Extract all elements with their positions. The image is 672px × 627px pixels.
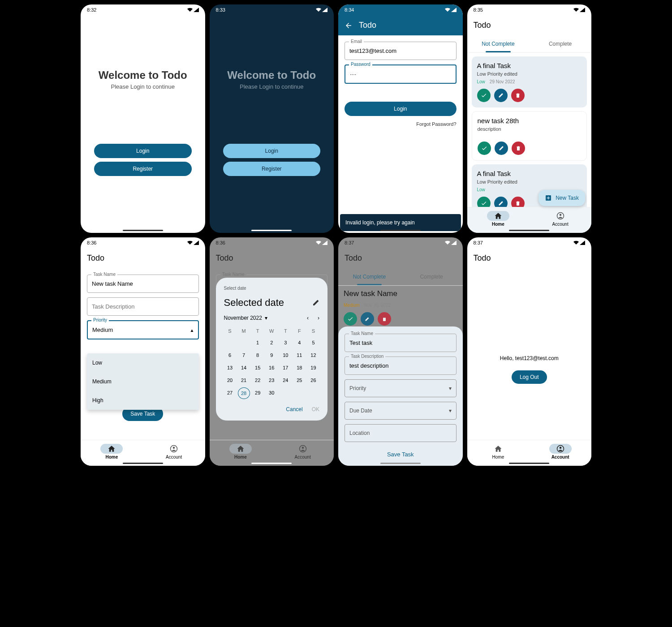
forgot-password-link[interactable]: Forgot Password?	[345, 121, 457, 127]
login-submit-button[interactable]: Login	[345, 102, 457, 116]
email-label: Email	[349, 39, 364, 44]
status-bar: 8:37	[467, 237, 592, 248]
calendar-day[interactable]: 16	[266, 362, 278, 373]
wifi-icon	[445, 240, 450, 245]
new-task-fab[interactable]: New Task	[538, 190, 585, 206]
calendar-day[interactable]: 20	[224, 375, 236, 386]
tab-not-complete[interactable]: Not Complete	[467, 35, 530, 52]
calendar-day[interactable]: 8	[252, 350, 264, 361]
complete-button[interactable]	[477, 89, 491, 102]
calendar-day[interactable]: 10	[280, 350, 292, 361]
calendar-day[interactable]: 22	[252, 375, 264, 386]
calendar-day[interactable]: 2	[266, 337, 278, 348]
clock: 8:33	[216, 7, 225, 13]
nav-handle[interactable]	[251, 230, 292, 231]
calendar-day[interactable]: 5	[307, 337, 319, 348]
next-month-button[interactable]: ›	[318, 315, 319, 321]
task-card: New task Name Medium Nov 30, 2022	[344, 289, 457, 326]
delete-button[interactable]	[511, 197, 525, 207]
status-bar: 8:32	[81, 4, 205, 15]
edit-button[interactable]	[494, 89, 508, 102]
appbar-title: Todo	[345, 253, 362, 263]
calendar-dow: S	[307, 326, 319, 335]
calendar-day[interactable]: 15	[252, 362, 264, 373]
calendar-day[interactable]: 28	[238, 387, 250, 399]
pencil-icon	[365, 316, 370, 322]
calendar-day[interactable]: 29	[252, 387, 264, 399]
nav-handle[interactable]	[380, 463, 421, 464]
cancel-button[interactable]: Cancel	[286, 406, 302, 412]
calendar-day[interactable]: 18	[293, 362, 306, 373]
email-field[interactable]	[345, 42, 457, 60]
back-arrow-icon[interactable]	[345, 21, 353, 30]
tabs: Not Complete Complete	[467, 35, 592, 53]
delete-button[interactable]	[512, 142, 525, 155]
calendar-day[interactable]: 12	[307, 350, 319, 361]
calendar-day[interactable]: 19	[307, 362, 319, 373]
task-name-field[interactable]	[87, 275, 199, 293]
calendar-day[interactable]: 6	[224, 350, 236, 361]
calendar-day[interactable]: 3	[280, 337, 292, 348]
priority-option-low[interactable]: Low	[87, 353, 199, 372]
calendar-day[interactable]: 30	[266, 387, 278, 399]
priority-select[interactable]: Medium	[87, 320, 199, 339]
edit-button[interactable]	[495, 142, 508, 155]
complete-button[interactable]	[477, 197, 491, 207]
status-icons	[316, 240, 327, 245]
pencil-icon[interactable]	[312, 299, 319, 306]
calendar-day[interactable]: 27	[224, 387, 236, 399]
calendar-day[interactable]: 11	[293, 350, 306, 361]
calendar-day[interactable]: 21	[238, 375, 250, 386]
logout-button[interactable]: Log Out	[512, 370, 547, 384]
priority-option-high[interactable]: High	[87, 391, 199, 410]
nav-home[interactable]: Home	[81, 440, 143, 466]
edit-button[interactable]	[494, 197, 508, 207]
nav-handle[interactable]	[123, 463, 163, 464]
nav-handle[interactable]	[509, 230, 549, 231]
sheet-location-field[interactable]: Location	[345, 424, 457, 442]
calendar-day[interactable]: 25	[293, 375, 306, 386]
complete-button[interactable]	[478, 142, 491, 155]
login-button[interactable]: Login	[94, 144, 192, 158]
sheet-priority-select[interactable]: Priority ▾	[345, 379, 457, 397]
prev-month-button[interactable]: ‹	[307, 315, 309, 321]
calendar-day[interactable]: 13	[224, 362, 236, 373]
login-button[interactable]: Login	[223, 144, 321, 158]
nav-home[interactable]: Home	[467, 440, 530, 466]
register-button[interactable]: Register	[94, 162, 192, 176]
ok-button[interactable]: OK	[312, 406, 319, 412]
sheet-desc-field[interactable]	[345, 356, 457, 375]
sheet-save-button[interactable]: Save Task	[345, 447, 457, 462]
delete-button[interactable]	[511, 89, 525, 102]
calendar-day[interactable]: 14	[238, 362, 250, 373]
priority-option-medium[interactable]: Medium	[87, 372, 199, 391]
sheet-name-field[interactable]	[345, 334, 457, 352]
nav-handle[interactable]	[380, 230, 421, 231]
register-button[interactable]: Register	[223, 162, 321, 176]
month-button[interactable]: November 2022 ▾	[224, 315, 267, 321]
nav-handle[interactable]	[509, 463, 549, 464]
task-desc-field[interactable]	[87, 297, 199, 316]
screen-edit-sheet: 8:37 Todo Not Complete Complete New task…	[338, 237, 463, 466]
calendar-day[interactable]: 7	[238, 350, 250, 361]
nav-handle[interactable]	[123, 230, 163, 231]
calendar-day[interactable]: 26	[307, 375, 319, 386]
sheet-due-date-select[interactable]: Due Date ▾	[345, 402, 457, 420]
nav-home[interactable]: Home	[467, 207, 530, 233]
pencil-icon	[498, 201, 504, 206]
tab-complete[interactable]: Complete	[529, 35, 591, 52]
account-icon	[299, 445, 307, 453]
calendar-day[interactable]: 17	[280, 362, 292, 373]
calendar-day[interactable]: 1	[252, 337, 264, 348]
nav-home: Home	[210, 440, 272, 466]
nav-account[interactable]: Account	[143, 440, 205, 466]
calendar-day[interactable]: 9	[266, 350, 278, 361]
nav-label: Account	[295, 455, 311, 460]
nav-account[interactable]: Account	[529, 207, 591, 233]
calendar-day[interactable]: 24	[280, 375, 292, 386]
nav-handle[interactable]	[251, 463, 292, 464]
nav-account[interactable]: Account	[529, 440, 591, 466]
calendar-day[interactable]: 4	[293, 337, 306, 348]
calendar-day[interactable]: 23	[266, 375, 278, 386]
password-field[interactable]	[345, 64, 457, 84]
